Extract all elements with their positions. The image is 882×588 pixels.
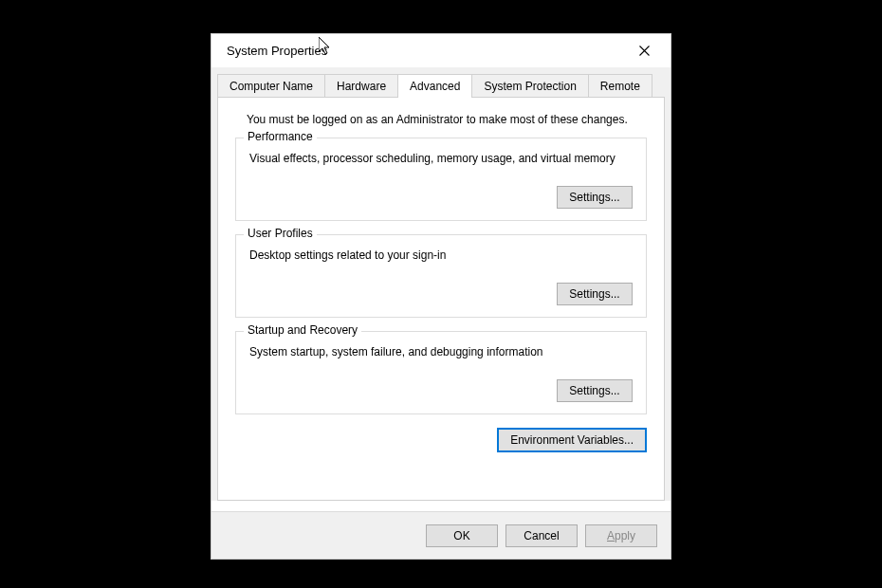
- cancel-button[interactable]: Cancel: [505, 524, 578, 547]
- dialog-footer: OK Cancel Apply: [211, 511, 671, 559]
- tab-strip: Computer Name Hardware Advanced System P…: [217, 74, 665, 98]
- group-startup-recovery: Startup and Recovery System startup, sys…: [235, 331, 647, 414]
- performance-legend: Performance: [244, 130, 317, 143]
- tab-remote[interactable]: Remote: [589, 74, 652, 98]
- user-profiles-settings-button[interactable]: Settings...: [557, 283, 633, 305]
- performance-desc: Visual effects, processor scheduling, me…: [249, 152, 633, 165]
- admin-note: You must be logged on as an Administrato…: [247, 113, 647, 126]
- tab-computer-name[interactable]: Computer Name: [217, 74, 325, 98]
- user-profiles-desc: Desktop settings related to your sign-in: [249, 248, 633, 262]
- startup-desc: System startup, system failure, and debu…: [249, 345, 633, 358]
- tab-area: Computer Name Hardware Advanced System P…: [211, 67, 671, 501]
- tab-advanced[interactable]: Advanced: [398, 74, 472, 98]
- close-button[interactable]: [629, 38, 659, 64]
- group-performance: Performance Visual effects, processor sc…: [235, 138, 647, 221]
- startup-legend: Startup and Recovery: [244, 323, 361, 337]
- tab-system-protection[interactable]: System Protection: [472, 74, 588, 98]
- ok-button[interactable]: OK: [426, 524, 498, 547]
- titlebar: System Properties: [211, 34, 671, 67]
- tab-panel-advanced: You must be logged on as an Administrato…: [217, 97, 665, 501]
- environment-variables-button[interactable]: Environment Variables...: [497, 428, 647, 452]
- system-properties-dialog: System Properties Computer Name Hardware…: [211, 33, 671, 560]
- apply-button: Apply: [585, 524, 657, 547]
- startup-settings-button[interactable]: Settings...: [557, 379, 633, 402]
- tab-hardware[interactable]: Hardware: [325, 74, 398, 98]
- close-icon: [639, 46, 650, 56]
- performance-settings-button[interactable]: Settings...: [557, 186, 633, 209]
- user-profiles-legend: User Profiles: [244, 227, 317, 240]
- window-title: System Properties: [223, 44, 327, 58]
- group-user-profiles: User Profiles Desktop settings related t…: [235, 234, 647, 318]
